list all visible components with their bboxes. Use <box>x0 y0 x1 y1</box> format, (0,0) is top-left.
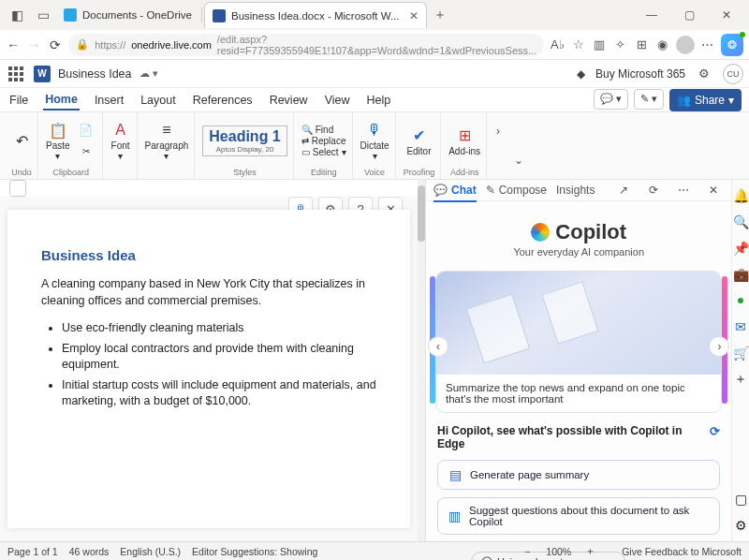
feedback-link[interactable]: Give Feedback to Microsoft <box>622 546 742 557</box>
tab-word[interactable]: Business Idea.docx - Microsoft W... ✕ <box>204 2 427 28</box>
ribbon-overflow[interactable]: › <box>489 112 507 150</box>
page-indicator[interactable]: Page 1 of 1 <box>7 546 58 557</box>
buy-m365-link[interactable]: Buy Microsoft 365 <box>595 67 685 81</box>
app-launcher-icon[interactable] <box>6 64 26 84</box>
add-sidebar-icon[interactable]: ＋ <box>732 371 749 388</box>
extensions-icon[interactable]: ⊞ <box>634 33 649 57</box>
vertical-scrollbar[interactable] <box>418 180 425 541</box>
zoom-level[interactable]: 100% <box>546 546 571 557</box>
refresh-suggestions-icon[interactable]: ⟳ <box>710 424 720 438</box>
group-label: Proofing <box>404 167 435 177</box>
suggestion-card[interactable]: Summarize the top news and expand on one… <box>435 271 722 413</box>
addins-button[interactable]: ⊞Add-ins <box>448 125 480 156</box>
outlook-icon[interactable]: ✉ <box>732 318 749 335</box>
summary-icon: ▤ <box>448 467 463 482</box>
menu-view[interactable]: View <box>323 91 352 110</box>
collections-icon[interactable]: ✧ <box>612 33 627 57</box>
comments-button[interactable]: 💬 ▾ <box>594 89 628 110</box>
tabs-icon[interactable]: ▭ <box>30 2 56 28</box>
window-minimize[interactable]: — <box>633 2 670 28</box>
document-canvas[interactable]: 🎙 ⚙ ? ✕ Business Idea A cleaning company… <box>0 197 418 541</box>
tab-onedrive[interactable]: Documents - OneDrive <box>56 2 199 28</box>
copilot-greeting: Hi Copilot, see what's possible with Cop… <box>426 419 731 456</box>
back-button[interactable]: ← <box>6 33 21 57</box>
word-count[interactable]: 46 words <box>69 546 110 557</box>
menu-review[interactable]: Review <box>268 91 310 110</box>
more-icon[interactable]: ⋯ <box>673 180 694 200</box>
group-styles: Heading 1 Aptos Display, 20 Styles <box>197 112 293 179</box>
suggestion-questions[interactable]: ▥ Suggest questions about this document … <box>437 497 720 535</box>
onedrive-icon <box>64 8 77 22</box>
close-tab-icon[interactable]: ✕ <box>409 9 419 22</box>
suggestion-summary[interactable]: ▤ Generate page summary <box>437 460 720 490</box>
undo-button[interactable]: ↶ <box>11 130 32 151</box>
editing-mode-button[interactable]: ✎ ▾ <box>634 89 664 110</box>
share-button[interactable]: 👥 Share ▾ <box>669 89 742 111</box>
group-label <box>119 167 122 177</box>
refresh-icon[interactable]: ⟳ <box>643 180 664 200</box>
address-bar[interactable]: 🔒 https://onedrive.live.com/edit.aspx?re… <box>68 34 544 56</box>
style-heading1[interactable]: Heading 1 Aptos Display, 20 <box>202 125 286 156</box>
group-font: AFont▾ <box>105 112 138 179</box>
window-maximize[interactable]: ▢ <box>670 2 708 28</box>
notifications-icon[interactable]: 🔔 <box>732 187 749 204</box>
editor-suggestions[interactable]: Editor Suggestions: Showing <box>192 546 317 557</box>
account-badge[interactable]: CU <box>723 64 743 84</box>
find-button[interactable]: 🔍 Find <box>301 125 346 135</box>
menu-home[interactable]: Home <box>43 90 80 111</box>
sidebar-settings-icon[interactable]: ⚙ <box>732 517 749 534</box>
saved-cloud-icon[interactable]: ☁ ▾ <box>140 67 158 80</box>
carousel-prev[interactable]: ‹ <box>428 336 448 357</box>
collapse-sidebar-icon[interactable]: ▢ <box>732 491 749 508</box>
window-close[interactable]: ✕ <box>708 2 745 28</box>
select-button[interactable]: ▭ Select ▾ <box>301 147 346 157</box>
dot-icon[interactable] <box>732 292 749 309</box>
group-label: Undo <box>11 167 32 177</box>
paste-button[interactable]: 📋Paste▾ <box>46 120 70 161</box>
extension-dot-icon[interactable]: ◉ <box>654 33 669 57</box>
split-screen-icon[interactable]: ▥ <box>592 33 607 57</box>
avatar-icon[interactable] <box>676 33 695 57</box>
copilot-logo-icon <box>531 223 550 242</box>
settings-icon[interactable]: ⚙ <box>693 63 715 85</box>
ribbon-collapse[interactable]: ⌄ <box>509 141 528 179</box>
chat-icon: 💬 <box>433 184 448 197</box>
dictate-button[interactable]: 🎙Dictate▾ <box>360 120 389 161</box>
doc-title: Business Idea <box>41 247 376 263</box>
tab-chat[interactable]: 💬Chat <box>433 184 477 202</box>
menu-file[interactable]: File <box>7 91 30 110</box>
style-sub: Aptos Display, 20 <box>209 145 280 154</box>
favorite-icon[interactable]: ☆ <box>571 33 586 57</box>
forward-button[interactable]: → <box>26 33 41 57</box>
menu-layout[interactable]: Layout <box>139 91 178 110</box>
replace-button[interactable]: ⇄ Replace <box>301 136 346 146</box>
new-tab-button[interactable]: ＋ <box>427 2 453 28</box>
copilot-launcher[interactable]: ❂ <box>721 33 743 57</box>
more-icon[interactable]: ⋯ <box>700 33 715 57</box>
menu-help[interactable]: Help <box>365 91 393 110</box>
nav-pane-toggle[interactable] <box>9 180 26 197</box>
page[interactable]: Business Idea A cleaning company based i… <box>7 210 410 528</box>
refresh-button[interactable]: ⟳ <box>48 33 63 57</box>
copilot-subtitle: Your everyday AI companion <box>426 246 731 258</box>
zoom-in[interactable]: ＋ <box>582 544 597 559</box>
open-new-icon[interactable]: ↗ <box>613 180 634 200</box>
shopping-icon[interactable]: 🛒 <box>732 345 749 361</box>
profile-icon[interactable]: ◧ <box>4 2 30 28</box>
language[interactable]: English (U.S.) <box>120 546 181 557</box>
menu-references[interactable]: References <box>191 91 255 110</box>
close-icon[interactable]: ✕ <box>703 180 724 200</box>
search-sidebar-icon[interactable]: 🔍 <box>732 214 749 230</box>
tab-insights[interactable]: Insights <box>556 184 595 197</box>
paragraph-button[interactable]: ≡Paragraph▾ <box>145 120 189 161</box>
briefcase-icon[interactable]: 💼 <box>732 266 749 283</box>
clipboard-more[interactable]: 📄✂ <box>76 120 96 161</box>
font-button[interactable]: AFont▾ <box>110 120 131 161</box>
tab-compose[interactable]: ✎Compose <box>486 184 547 197</box>
document-name[interactable]: Business Idea <box>58 67 132 81</box>
editor-button[interactable]: ✔Editor <box>406 125 431 156</box>
menu-insert[interactable]: Insert <box>93 91 125 110</box>
pin1-icon[interactable]: 📌 <box>732 240 749 257</box>
reading-mode-icon[interactable]: A♭ <box>550 33 565 57</box>
zoom-out[interactable]: − <box>520 544 535 559</box>
